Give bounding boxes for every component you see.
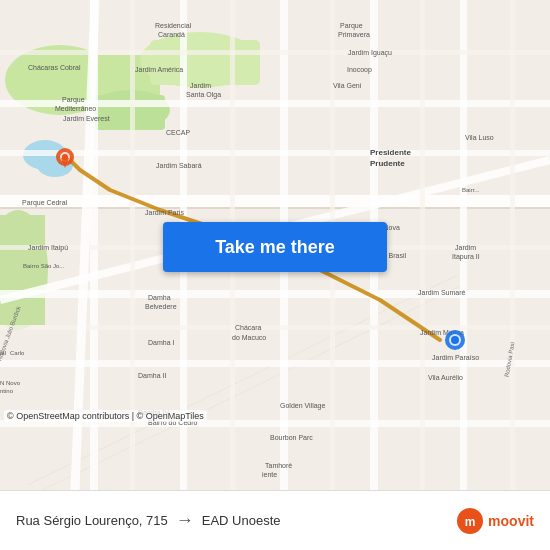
- svg-point-87: [451, 336, 459, 344]
- svg-text:m: m: [465, 515, 476, 529]
- arrow-icon: →: [176, 510, 194, 531]
- take-me-there-label: Take me there: [215, 237, 335, 258]
- map-container: Chácaras Cobral Residencial Carandá Jard…: [0, 0, 550, 490]
- svg-text:Chácaras Cobral: Chácaras Cobral: [28, 64, 81, 71]
- svg-text:Vila Luso: Vila Luso: [465, 134, 494, 141]
- svg-text:Mediterrâneo: Mediterrâneo: [55, 105, 96, 112]
- svg-text:Parque: Parque: [62, 96, 85, 104]
- map-attribution: © OpenStreetMap contributors | © OpenMap…: [4, 410, 207, 422]
- svg-text:Vila Aurélio: Vila Aurélio: [428, 374, 463, 381]
- svg-rect-8: [0, 215, 45, 325]
- svg-text:Tamhoré: Tamhoré: [265, 462, 292, 469]
- svg-text:Jardim Paraíso: Jardim Paraíso: [432, 354, 479, 361]
- svg-text:Jardim Sabará: Jardim Sabará: [156, 162, 202, 169]
- destination-label: EAD Unoeste: [202, 513, 281, 528]
- svg-text:Chácara: Chácara: [235, 324, 262, 331]
- svg-text:Jardim América: Jardim América: [135, 66, 183, 73]
- moovit-logo: m moovit: [456, 507, 534, 535]
- svg-rect-26: [0, 50, 550, 55]
- svg-text:Inocoop: Inocoop: [347, 66, 372, 74]
- svg-rect-4: [150, 40, 260, 85]
- svg-text:Jardim Itaipú: Jardim Itaipú: [28, 244, 68, 252]
- svg-text:Bairr...: Bairr...: [462, 187, 480, 193]
- svg-text:Damha: Damha: [148, 294, 171, 301]
- svg-text:Damha II: Damha II: [138, 372, 166, 379]
- take-me-there-button[interactable]: Take me there: [163, 222, 387, 272]
- moovit-text: moovit: [488, 513, 534, 529]
- svg-text:Bourbon Parc: Bourbon Parc: [270, 434, 313, 441]
- svg-text:Carandá: Carandá: [158, 31, 185, 38]
- svg-text:ntino: ntino: [0, 388, 14, 394]
- svg-text:ial: ial: [0, 350, 6, 356]
- svg-text:Santa Olga: Santa Olga: [186, 91, 221, 99]
- svg-rect-22: [0, 150, 550, 156]
- svg-text:Jardim Sumaré: Jardim Sumaré: [418, 289, 466, 296]
- svg-text:Golden Village: Golden Village: [280, 402, 326, 410]
- svg-text:Jardim Paris: Jardim Paris: [145, 209, 184, 216]
- svg-text:CECAP: CECAP: [166, 129, 190, 136]
- moovit-logo-icon: m: [456, 507, 484, 535]
- svg-text:Parque Cedral: Parque Cedral: [22, 199, 68, 207]
- svg-text:Jardim Everest: Jardim Everest: [63, 115, 110, 122]
- svg-text:Primavera: Primavera: [338, 31, 370, 38]
- svg-text:N Novo: N Novo: [0, 380, 21, 386]
- svg-rect-32: [420, 0, 425, 490]
- svg-text:Carlo: Carlo: [10, 350, 25, 356]
- svg-text:Jardim: Jardim: [190, 82, 211, 89]
- origin-label: Rua Sérgio Lourenço, 715: [16, 513, 168, 528]
- svg-text:Jardim Iguaçu: Jardim Iguaçu: [348, 49, 392, 57]
- svg-text:Presidente: Presidente: [370, 148, 411, 157]
- bottom-bar: Rua Sérgio Lourenço, 715 → EAD Unoeste m…: [0, 490, 550, 550]
- svg-text:Itapura II: Itapura II: [452, 253, 480, 261]
- svg-text:Damha I: Damha I: [148, 339, 175, 346]
- svg-text:Bairro São Jo...: Bairro São Jo...: [23, 263, 65, 269]
- svg-text:do Macuco: do Macuco: [232, 334, 266, 341]
- svg-text:Vila Geni: Vila Geni: [333, 82, 362, 89]
- svg-rect-33: [510, 0, 515, 490]
- svg-text:Jardim: Jardim: [455, 244, 476, 251]
- svg-text:Residencial: Residencial: [155, 22, 192, 29]
- svg-text:iente: iente: [262, 471, 277, 478]
- svg-text:Parque: Parque: [340, 22, 363, 30]
- svg-text:Prudente: Prudente: [370, 159, 405, 168]
- svg-text:Belvedere: Belvedere: [145, 303, 177, 310]
